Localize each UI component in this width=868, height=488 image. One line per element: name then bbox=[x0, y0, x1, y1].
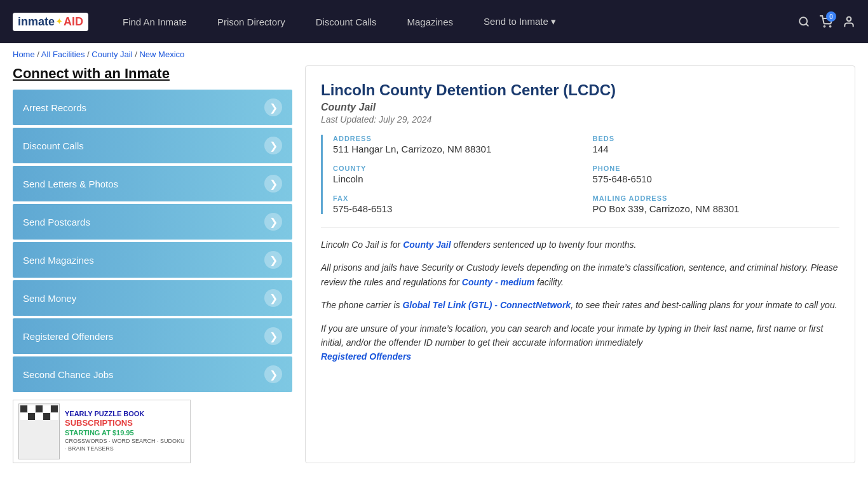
discount-calls-arrow-icon: ❯ bbox=[264, 137, 282, 154]
facility-info-grid: ADDRESS 511 Hangar Ln, Carrizozo, NM 883… bbox=[321, 135, 839, 214]
registered-offenders-btn[interactable]: Registered Offenders ❯ bbox=[13, 318, 292, 354]
svg-point-2 bbox=[824, 26, 825, 27]
facility-updated: Last Updated: July 29, 2024 bbox=[321, 114, 839, 125]
user-icon bbox=[843, 15, 855, 28]
registered-offenders-link[interactable]: Registered Offenders bbox=[321, 351, 411, 362]
fax-field: FAX 575-648-6513 bbox=[333, 194, 580, 214]
breadcrumb-state[interactable]: New Mexico bbox=[139, 50, 184, 59]
search-icon bbox=[798, 16, 810, 27]
send-money-arrow-icon: ❯ bbox=[264, 289, 282, 307]
send-postcards-arrow-icon: ❯ bbox=[264, 213, 282, 231]
facility-title: Lincoln County Detention Center (LCDC) bbox=[321, 81, 839, 99]
svg-line-1 bbox=[806, 24, 808, 25]
second-chance-jobs-btn[interactable]: Second Chance Jobs ❯ bbox=[13, 356, 292, 392]
ad-subtitle: SUBSCRIPTIONS bbox=[65, 418, 185, 428]
desc-paragraph-2: All prisons and jails have Security or C… bbox=[321, 261, 839, 289]
send-letters-arrow-icon: ❯ bbox=[264, 175, 282, 193]
desc-paragraph-4: If you are unsure of your inmate’s locat… bbox=[321, 322, 839, 364]
nav-magazines[interactable]: Magazines bbox=[392, 0, 469, 43]
arrest-records-arrow-icon: ❯ bbox=[264, 98, 282, 116]
facility-type: County Jail bbox=[321, 102, 839, 113]
breadcrumb-all-facilities[interactable]: All Facilities bbox=[41, 50, 85, 59]
phone-label: PHONE bbox=[593, 165, 840, 172]
county-medium-link[interactable]: County - medium bbox=[462, 277, 534, 287]
county-field: COUNTY Lincoln bbox=[333, 165, 580, 184]
facility-content: Lincoln County Detention Center (LCDC) C… bbox=[305, 65, 855, 463]
county-value: Lincoln bbox=[333, 173, 580, 184]
user-button[interactable] bbox=[843, 15, 855, 28]
ad-text-content: YEARLY PUZZLE BOOK SUBSCRIPTIONS STARTIN… bbox=[65, 410, 185, 453]
arrest-records-btn[interactable]: Arrest Records ❯ bbox=[13, 90, 292, 125]
address-field: ADDRESS 511 Hangar Ln, Carrizozo, NM 883… bbox=[333, 135, 580, 154]
discount-calls-btn[interactable]: Discount Calls ❯ bbox=[13, 128, 292, 163]
logo-star-icon: ✦ bbox=[56, 17, 62, 26]
logo-inmate-text: inmate bbox=[18, 15, 55, 29]
phone-field: PHONE 575-648-6510 bbox=[593, 165, 840, 184]
nav-discount-calls[interactable]: Discount Calls bbox=[301, 0, 392, 43]
cart-button[interactable]: 0 bbox=[820, 15, 832, 28]
ad-price: STARTING AT $19.95 bbox=[65, 428, 185, 438]
send-money-btn[interactable]: Send Money ❯ bbox=[13, 280, 292, 316]
nav-send-to-inmate[interactable]: Send to Inmate ▾ bbox=[468, 0, 571, 43]
sidebar-title: Connect with an Inmate bbox=[13, 65, 292, 82]
ad-title: YEARLY PUZZLE BOOK bbox=[65, 410, 185, 418]
beds-field: BEDS 144 bbox=[593, 135, 840, 154]
sidebar: Connect with an Inmate Arrest Records ❯ … bbox=[13, 65, 292, 463]
county-jail-link-1[interactable]: County Jail bbox=[403, 240, 451, 250]
nav-links: Find An Inmate Prison Directory Discount… bbox=[107, 0, 798, 43]
ad-banner[interactable]: YEARLY PUZZLE BOOK SUBSCRIPTIONS STARTIN… bbox=[13, 400, 191, 463]
address-label: ADDRESS bbox=[333, 135, 580, 142]
svg-point-3 bbox=[830, 26, 831, 27]
ad-detail: CROSSWORDS · WORD SEARCH · SUDOKU · BRAI… bbox=[65, 438, 185, 452]
cart-badge-count: 0 bbox=[826, 11, 836, 22]
beds-value: 144 bbox=[593, 144, 840, 154]
main-nav: inmate✦AID Find An Inmate Prison Directo… bbox=[0, 0, 868, 43]
mailing-value: PO Box 339, Carrizozo, NM 88301 bbox=[593, 203, 840, 214]
beds-label: BEDS bbox=[593, 135, 840, 142]
desc-paragraph-3: The phone carrier is Global Tel Link (GT… bbox=[321, 298, 839, 312]
nav-icons: 0 bbox=[798, 15, 855, 28]
nav-prison-directory[interactable]: Prison Directory bbox=[202, 0, 301, 43]
puzzle-book-image bbox=[18, 403, 60, 459]
breadcrumb-home[interactable]: Home bbox=[13, 50, 35, 59]
second-chance-jobs-arrow-icon: ❯ bbox=[264, 365, 282, 383]
fax-value: 575-648-6513 bbox=[333, 203, 580, 214]
gtl-link[interactable]: Global Tel Link (GTL) - ConnectNetwork bbox=[402, 300, 571, 310]
send-letters-btn[interactable]: Send Letters & Photos ❯ bbox=[13, 166, 292, 201]
logo[interactable]: inmate✦AID bbox=[13, 13, 88, 31]
breadcrumb-county-jail[interactable]: County Jail bbox=[92, 50, 132, 59]
registered-offenders-arrow-icon: ❯ bbox=[264, 327, 282, 345]
search-button[interactable] bbox=[798, 16, 810, 27]
svg-point-4 bbox=[847, 17, 851, 22]
logo-aid-text: AID bbox=[64, 15, 83, 29]
content-divider bbox=[321, 227, 839, 227]
send-magazines-arrow-icon: ❯ bbox=[264, 251, 282, 269]
send-postcards-btn[interactable]: Send Postcards ❯ bbox=[13, 204, 292, 240]
send-magazines-btn[interactable]: Send Magazines ❯ bbox=[13, 242, 292, 278]
county-label: COUNTY bbox=[333, 165, 580, 172]
mailing-label: MAILING ADDRESS bbox=[593, 194, 840, 202]
fax-label: FAX bbox=[333, 194, 580, 202]
main-layout: Connect with an Inmate Arrest Records ❯ … bbox=[0, 65, 868, 476]
breadcrumb: Home / All Facilities / County Jail / Ne… bbox=[0, 43, 868, 65]
desc-paragraph-1: Lincoln Co Jail is for County Jail offen… bbox=[321, 238, 839, 252]
address-value: 511 Hangar Ln, Carrizozo, NM 88301 bbox=[333, 144, 580, 154]
phone-value: 575-648-6510 bbox=[593, 173, 840, 184]
mailing-field: MAILING ADDRESS PO Box 339, Carrizozo, N… bbox=[593, 194, 840, 214]
nav-find-an-inmate[interactable]: Find An Inmate bbox=[107, 0, 202, 43]
